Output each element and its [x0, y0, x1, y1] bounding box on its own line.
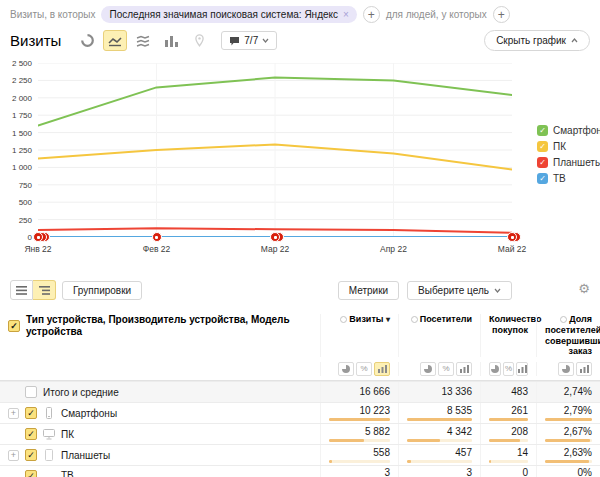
- display-mode-bars-button[interactable]: [374, 362, 390, 376]
- column-header-визиты[interactable]: Визиты ▾: [320, 314, 398, 357]
- expand-row-button[interactable]: +: [8, 408, 19, 419]
- line-chart-svg: [38, 63, 512, 237]
- annotation-marker-icon[interactable]: [152, 232, 162, 242]
- display-mode-bars-button[interactable]: [516, 362, 528, 376]
- metric-value-cell: 2,67%: [536, 424, 600, 444]
- column-header-доля[interactable]: Доля посетителей, совершивших заказ: [536, 314, 600, 357]
- table-row[interactable]: ✓ ПК 5 882 4 342 208: [0, 423, 600, 444]
- groupings-button[interactable]: Группировки: [62, 281, 142, 300]
- legend-item[interactable]: ✓ Планшеты: [537, 157, 600, 168]
- row-checkbox[interactable]: ✓: [25, 470, 37, 477]
- annotation-marker-icon[interactable]: [270, 232, 280, 242]
- legend-item[interactable]: ✓ Смартфоны: [537, 125, 600, 136]
- device-table: ✓ Тип устройства, Производитель устройст…: [0, 309, 600, 477]
- tv-icon: [43, 470, 55, 477]
- table-body: Итого и средние 16 66613 3364832,74% + ✓…: [0, 381, 600, 477]
- desktop-icon: [43, 428, 55, 440]
- display-mode-percent-button[interactable]: %: [503, 362, 515, 376]
- segment-chip[interactable]: Последняя значимая поисковая система: Ян…: [101, 6, 356, 23]
- add-people-condition-button[interactable]: +: [493, 6, 510, 23]
- metric-value-cell: 10 223: [320, 403, 398, 423]
- info-circle-icon[interactable]: [340, 316, 347, 323]
- totals-checkbox[interactable]: [25, 386, 37, 398]
- filter-suffix-label: для людей, у которых: [386, 9, 487, 20]
- tree-view-icon[interactable]: [33, 280, 56, 300]
- chip-close-icon[interactable]: ×: [343, 9, 349, 20]
- metric-value-cell: 3: [398, 466, 480, 477]
- totals-value-cell: 483: [480, 382, 536, 402]
- y-axis-tick: 1 250: [0, 146, 32, 155]
- sort-desc-icon[interactable]: ▾: [386, 315, 390, 324]
- table-row[interactable]: + ✓ Смартфоны 10 223 8 535 261: [0, 402, 600, 423]
- comments-count: 7/7: [244, 35, 258, 46]
- row-checkbox[interactable]: ✓: [25, 407, 37, 419]
- flat-list-view-icon[interactable]: [10, 280, 33, 300]
- display-mode-pie-button[interactable]: [420, 362, 436, 376]
- display-mode-pie-button[interactable]: [338, 362, 354, 376]
- legend-checkbox-icon[interactable]: ✓: [537, 157, 548, 168]
- row-label[interactable]: Планшеты: [61, 450, 110, 461]
- display-mode-percent-button[interactable]: %: [438, 362, 454, 376]
- y-axis-tick: 1 500: [0, 128, 32, 137]
- metric-value-cell: 8 535: [398, 403, 480, 423]
- row-label[interactable]: ПК: [61, 429, 74, 440]
- row-checkbox[interactable]: ✓: [25, 449, 37, 461]
- column-header-количество[interactable]: Количество покупок: [480, 314, 536, 357]
- goal-select-dropdown[interactable]: Выберите цель: [407, 281, 512, 300]
- value-bar: [489, 460, 528, 463]
- row-label[interactable]: Смартфоны: [61, 408, 117, 419]
- display-mode-bars-button[interactable]: [576, 362, 592, 376]
- x-axis-tick: Мар 22: [261, 244, 289, 254]
- legend-item[interactable]: ✓ ТВ: [537, 173, 600, 184]
- metrics-button[interactable]: Метрики: [338, 281, 399, 300]
- totals-row: Итого и средние 16 66613 3364832,74%: [0, 381, 600, 402]
- map-icon[interactable]: [187, 30, 211, 51]
- legend-checkbox-icon[interactable]: ✓: [537, 173, 548, 184]
- visits-chart: ✓ Смартфоны ✓ ПК ✓ Планшеты ✓ ТВ 2 5002 …: [0, 57, 600, 263]
- hide-chart-button[interactable]: Скрыть график: [484, 30, 590, 51]
- stacked-lines-icon[interactable]: [131, 30, 155, 51]
- table-row[interactable]: + ✓ Планшеты 558 457 14: [0, 444, 600, 465]
- value-bar: [545, 460, 592, 463]
- row-label[interactable]: ТВ: [61, 470, 74, 477]
- column-header-посетители[interactable]: Посетители: [398, 314, 480, 357]
- select-all-checkbox[interactable]: ✓: [8, 320, 20, 332]
- metric-value-cell: 558: [320, 445, 398, 465]
- legend-label: ПК: [553, 141, 566, 152]
- table-toolbar: Группировки Метрики Выберите цель ⚙: [0, 279, 600, 301]
- row-checkbox[interactable]: ✓: [25, 428, 37, 440]
- annotation-marker-icon[interactable]: [33, 232, 43, 242]
- bars-mode-icon: [460, 365, 469, 373]
- table-row[interactable]: ✓ ТВ 3 3 0: [0, 465, 600, 477]
- y-axis-tick: 250: [0, 215, 32, 224]
- table-settings-gear-icon[interactable]: ⚙: [578, 282, 590, 295]
- chart-plot-area[interactable]: [38, 63, 512, 237]
- info-circle-icon[interactable]: [560, 316, 567, 323]
- display-mode-pie-button[interactable]: [489, 362, 501, 376]
- y-axis-tick: 1 000: [0, 163, 32, 172]
- x-axis-tick: Май 22: [498, 244, 526, 254]
- metric-value-cell: 3: [320, 466, 398, 477]
- legend-checkbox-icon[interactable]: ✓: [537, 141, 548, 152]
- percent-mode-icon: %: [505, 365, 512, 373]
- display-mode-pie-button[interactable]: [558, 362, 574, 376]
- donut-chart-icon[interactable]: [75, 30, 99, 51]
- columns-chart-icon[interactable]: [159, 30, 183, 51]
- annotation-marker-icon[interactable]: [507, 232, 517, 242]
- info-circle-icon[interactable]: [411, 316, 418, 323]
- expand-row-button[interactable]: +: [8, 450, 19, 461]
- x-axis-tick: Янв 22: [24, 244, 51, 254]
- add-visit-condition-button[interactable]: +: [363, 6, 380, 23]
- legend-item[interactable]: ✓ ПК: [537, 141, 600, 152]
- y-axis-tick: 2 500: [0, 59, 32, 68]
- totals-value-cell: 16 666: [320, 382, 398, 402]
- dimension-header-cell: ✓ Тип устройства, Производитель устройст…: [0, 314, 320, 338]
- legend-checkbox-icon[interactable]: ✓: [537, 125, 548, 136]
- value-bar: [489, 418, 528, 421]
- legend-label: ТВ: [553, 173, 566, 184]
- display-mode-group: %: [489, 362, 528, 376]
- display-mode-bars-button[interactable]: [456, 362, 472, 376]
- line-chart-icon[interactable]: [103, 30, 127, 51]
- comments-dropdown[interactable]: 7/7: [221, 31, 277, 50]
- display-mode-percent-button[interactable]: %: [356, 362, 372, 376]
